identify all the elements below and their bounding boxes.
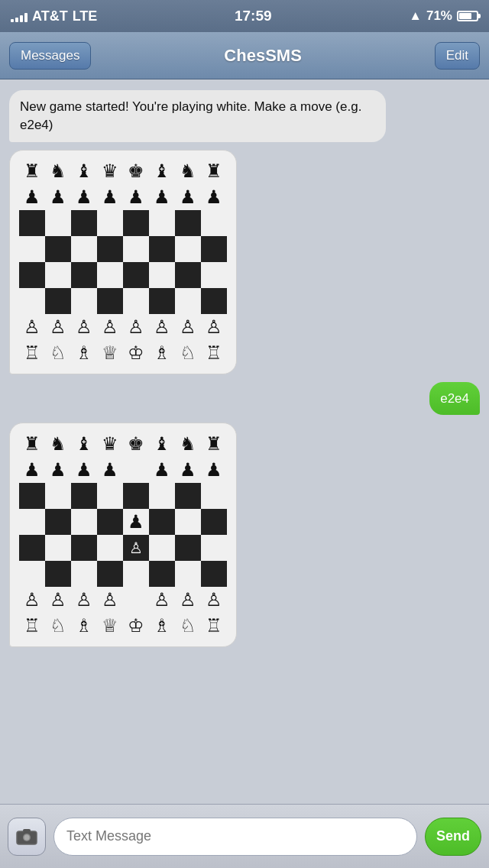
cell-c2: ♙ [71,314,97,340]
edit-button[interactable]: Edit [435,42,480,70]
cell-d7: ♟ [97,184,123,210]
cell-f5 [149,236,175,262]
cell-c8: ♝ [71,158,97,184]
message-text-1: New game started! You're playing white. … [20,99,361,132]
cell-d5 [97,236,123,262]
cell-a8: ♜ [19,158,45,184]
cell-a1: ♖ [19,340,45,366]
cell-e8: ♚ [123,158,149,184]
cell-e5 [123,236,149,262]
cell-h8: ♜ [201,158,227,184]
text-input-container[interactable] [53,818,417,856]
text-input[interactable] [66,828,404,844]
chess-row-5 [19,236,227,262]
cell-h1: ♖ [201,340,227,366]
cell-h6 [201,210,227,236]
cell-f7: ♟ [149,184,175,210]
cell-e4 [123,262,149,288]
cell-f1: ♗ [149,340,175,366]
cell-e1: ♔ [123,340,149,366]
chess-row-7: ♟ ♟ ♟ ♟ ♟ ♟ ♟ ♟ [19,184,227,210]
message-bubble-3: e2e4 [429,382,480,416]
cell-a7: ♟ [19,184,45,210]
svg-point-2 [24,834,30,840]
send-button[interactable]: Send [425,818,481,856]
chess-row2-2: ♙ ♙ ♙ ♙ ♙ ♙ ♙ [19,587,227,613]
send-label: Send [436,828,470,844]
cell-d2: ♙ [97,314,123,340]
chess-row2-7: ♟ ♟ ♟ ♟ ♟ ♟ ♟ [19,457,227,483]
cell-h2: ♙ [201,314,227,340]
cell-b7: ♟ [45,184,71,210]
message-3: e2e4 [9,382,480,416]
back-button[interactable]: Messages [9,42,91,70]
cell-a4 [19,262,45,288]
cell-e6 [123,210,149,236]
cell-e7: ♟ [123,184,149,210]
chess-row-4 [19,262,227,288]
cell-a2: ♙ [19,314,45,340]
cell-g6 [175,210,201,236]
cell-d1: ♕ [97,340,123,366]
status-left: AT&T LTE [11,8,97,24]
cell-g5 [175,236,201,262]
chess-row2-4: ♙ [19,535,227,561]
svg-rect-3 [23,829,31,832]
cell-f3 [149,288,175,314]
cell-f8: ♝ [149,158,175,184]
chess-row2-6 [19,483,227,509]
chess-row-1: ♖ ♘ ♗ ♕ ♔ ♗ ♘ ♖ [19,340,227,366]
cell-b4 [45,262,71,288]
camera-icon [16,828,37,846]
chess-row-6 [19,210,227,236]
cell-c3 [71,288,97,314]
chess-board-after-e2e4: ♜ ♞ ♝ ♛ ♚ ♝ ♞ ♜ ♟ ♟ ♟ ♟ ♟ ♟ ♟ [9,423,237,647]
camera-button[interactable] [8,818,46,856]
battery-icon [457,11,478,21]
cell-h7: ♟ [201,184,227,210]
network-label: LTE [73,8,98,24]
message-text-3: e2e4 [440,391,469,406]
cell-g3 [175,288,201,314]
message-2: ♜ ♞ ♝ ♛ ♚ ♝ ♞ ♜ ♟ ♟ ♟ ♟ ♟ ♟ ♟ ♟ [9,150,480,374]
message-bubble-1: New game started! You're playing white. … [9,90,386,142]
cell-d6 [97,210,123,236]
cell-h3 [201,288,227,314]
chess-row2-8: ♜ ♞ ♝ ♛ ♚ ♝ ♞ ♜ [19,431,227,457]
cell-e2: ♙ [123,314,149,340]
status-time: 17:59 [235,8,272,24]
cell-a6 [19,210,45,236]
signal-bars [11,10,28,22]
cell-d3 [97,288,123,314]
location-icon: ▲ [409,8,422,24]
cell-a3 [19,288,45,314]
cell-b1: ♘ [45,340,71,366]
cell-e3 [123,288,149,314]
input-bar: Send [0,804,489,868]
carrier-label: AT&T [32,8,68,24]
cell-c1: ♗ [71,340,97,366]
chess-row-3 [19,288,227,314]
cell-h4 [201,262,227,288]
cell-d4 [97,262,123,288]
battery-label: 71% [426,8,452,24]
message-4: ♜ ♞ ♝ ♛ ♚ ♝ ♞ ♜ ♟ ♟ ♟ ♟ ♟ ♟ ♟ [9,423,480,647]
cell-d8: ♛ [97,158,123,184]
cell-b5 [45,236,71,262]
cell-g1: ♘ [175,340,201,366]
chess-row2-3 [19,561,227,587]
cell-b8: ♞ [45,158,71,184]
cell-c4 [71,262,97,288]
cell-g7: ♟ [175,184,201,210]
cell-c5 [71,236,97,262]
messages-area: New game started! You're playing white. … [0,79,489,836]
cell-g4 [175,262,201,288]
cell-h5 [201,236,227,262]
chess-row2-1: ♖ ♘ ♗ ♕ ♔ ♗ ♘ ♖ [19,613,227,639]
cell-f4 [149,262,175,288]
chess-row2-5: ♟ [19,509,227,535]
nav-title: ChesSMS [224,46,301,66]
chess-row-2: ♙ ♙ ♙ ♙ ♙ ♙ ♙ ♙ [19,314,227,340]
cell-g8: ♞ [175,158,201,184]
cell-a5 [19,236,45,262]
